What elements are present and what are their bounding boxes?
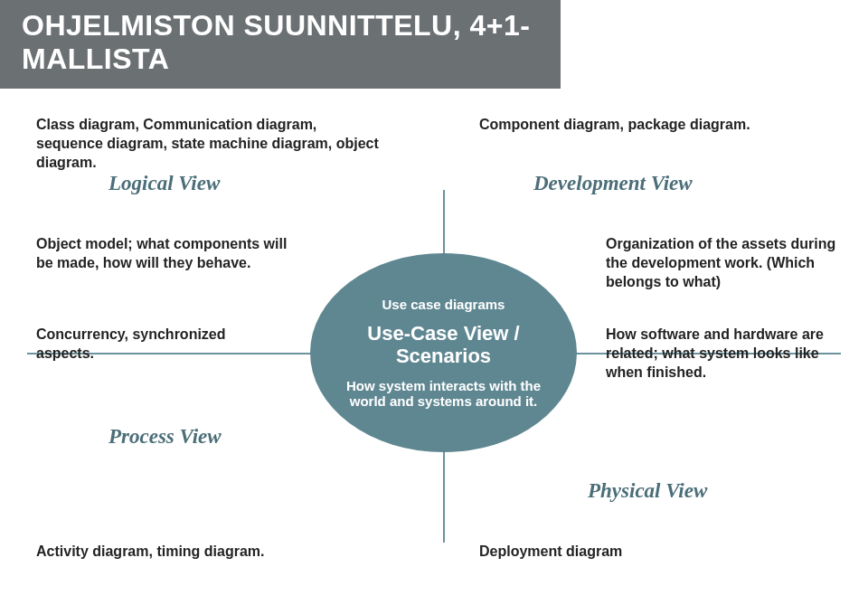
process-view-label: Process View (108, 425, 222, 449)
physical-view-desc: Deployment diagram (479, 543, 769, 562)
development-view-desc: Component diagram, package diagram. (479, 116, 805, 135)
use-case-title: Use-Case View / Scenarios (333, 323, 554, 366)
physical-view-annotation: How software and hardware are related; w… (606, 326, 841, 382)
page-title: OHJELMISTON SUUNNITTELU, 4+1-MALLISTA (22, 9, 539, 76)
process-view-annotation: Concurrency, synchronized aspects. (36, 326, 253, 364)
development-view-label: Development View (533, 172, 693, 195)
development-view-annotation: Organization of the assets during the de… (606, 235, 841, 291)
physical-view-label: Physical View (588, 479, 707, 503)
use-case-bottom: How system interacts with the world and … (333, 378, 554, 409)
use-case-top: Use case diagrams (382, 297, 505, 312)
logical-view-annotation: Object model; what components will be ma… (36, 235, 289, 273)
title-bar: OHJELMISTON SUUNNITTELU, 4+1-MALLISTA (0, 0, 561, 89)
use-case-circle: Use case diagrams Use-Case View / Scenar… (310, 253, 577, 452)
logical-view-label: Logical View (108, 172, 220, 195)
diagram-canvas: Class diagram, Communication diagram, se… (0, 99, 868, 605)
process-view-desc: Activity diagram, timing diagram. (36, 543, 326, 562)
logical-view-desc: Class diagram, Communication diagram, se… (36, 116, 380, 172)
